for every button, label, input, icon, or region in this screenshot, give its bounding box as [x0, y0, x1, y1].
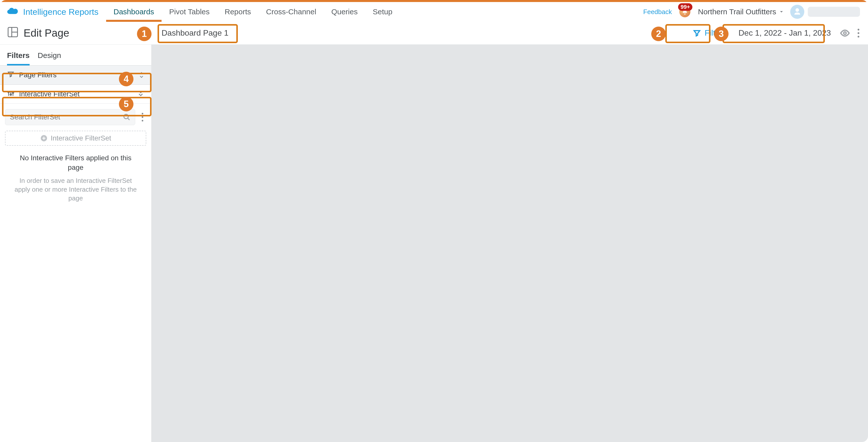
filters-button[interactable]: Filters: [687, 24, 733, 42]
expand-icon: [139, 71, 144, 78]
add-filterset-label: Interactive FilterSet: [51, 134, 111, 142]
filterset-search-row: [0, 104, 151, 129]
filterset-search-input[interactable]: [10, 113, 123, 121]
nav-tab-label: Queries: [331, 7, 358, 16]
nav-tab-cross-channel[interactable]: Cross-Channel: [259, 2, 324, 22]
caret-down-icon: [779, 9, 784, 14]
dashboard-canvas[interactable]: [152, 45, 868, 442]
filterset-empty-state: No Interactive Filters applied on this p…: [0, 153, 151, 212]
top-nav: Intelligence Reports Dashboards Pivot Ta…: [0, 0, 868, 22]
empty-state-subtext: In order to save an Interactive FilterSe…: [12, 176, 139, 203]
kebab-icon: [141, 113, 144, 122]
nav-tab-label: Setup: [373, 7, 392, 16]
nav-tab-label: Cross-Channel: [266, 7, 316, 16]
add-interactive-filterset-button[interactable]: Interactive FilterSet: [5, 131, 146, 146]
salesforce-cloud-icon: [5, 7, 20, 17]
filters-button-label: Filters: [705, 28, 726, 38]
preview-button[interactable]: [837, 28, 853, 38]
filter-icon: [693, 29, 701, 37]
sidebar-tabs: Filters Design: [0, 45, 151, 65]
svg-point-13: [124, 115, 128, 119]
sliders-icon: [7, 90, 14, 99]
main-nav: Dashboards Pivot Tables Reports Cross-Ch…: [106, 2, 400, 22]
brand: Intelligence Reports: [0, 2, 106, 22]
date-range-label: Dec 1, 2022 - Jan 1, 2023: [739, 28, 831, 37]
brand-name: Intelligence Reports: [23, 7, 99, 17]
page-filters-accordion[interactable]: Page Filters: [0, 65, 151, 85]
nav-tab-dashboards[interactable]: Dashboards: [106, 2, 162, 22]
interactive-filterset-accordion[interactable]: Interactive FilterSet: [0, 85, 151, 104]
svg-point-16: [142, 116, 143, 118]
collapse-icon: [137, 90, 144, 99]
date-range-picker[interactable]: Dec 1, 2022 - Jan 1, 2023: [733, 24, 837, 42]
edit-page-title: Edit Page: [24, 27, 69, 39]
nav-tab-queries[interactable]: Queries: [324, 2, 365, 22]
user-avatar-icon: [790, 5, 804, 19]
notifications-button[interactable]: 99+: [678, 5, 692, 19]
sidebar-tab-filters[interactable]: Filters: [7, 51, 30, 65]
svg-point-4: [858, 29, 860, 30]
org-switcher[interactable]: Northern Trail Outfitters: [698, 7, 784, 16]
nav-tab-reports[interactable]: Reports: [217, 2, 259, 22]
svg-point-3: [844, 32, 846, 34]
svg-point-6: [858, 36, 860, 37]
svg-point-5: [858, 32, 860, 34]
nav-tab-setup[interactable]: Setup: [365, 2, 400, 22]
page-more-menu[interactable]: [853, 28, 864, 38]
org-name: Northern Trail Outfitters: [698, 7, 776, 16]
plus-circle-icon: [40, 134, 48, 142]
accordion-label: Page Filters: [19, 71, 134, 79]
editor-body: Filters Design Page Filters Interactive …: [0, 45, 868, 442]
nav-tab-label: Dashboards: [114, 7, 154, 16]
left-sidebar: Filters Design Page Filters Interactive …: [0, 45, 152, 442]
sidebar-tab-design[interactable]: Design: [38, 51, 61, 65]
dashboard-page-title[interactable]: [156, 25, 268, 41]
top-actions: Feedback 99+ Northern Trail Outfitters: [643, 2, 868, 22]
empty-state-heading: No Interactive Filters applied on this p…: [12, 153, 139, 172]
svg-line-14: [128, 118, 130, 120]
nav-tab-pivot-tables[interactable]: Pivot Tables: [161, 2, 217, 22]
nav-tab-label: Pivot Tables: [169, 7, 210, 16]
layout-icon: [6, 26, 19, 40]
user-menu[interactable]: [790, 5, 860, 19]
search-icon: [123, 114, 130, 121]
notification-count-badge: 99+: [678, 3, 692, 11]
filter-icon: [7, 70, 14, 80]
svg-point-17: [142, 120, 143, 121]
edit-page-heading: Edit Page: [0, 26, 152, 40]
page-title-input[interactable]: [156, 25, 268, 41]
feedback-link[interactable]: Feedback: [643, 8, 672, 16]
user-name-placeholder: [808, 7, 860, 17]
filterset-search[interactable]: [5, 109, 135, 125]
svg-point-15: [142, 113, 143, 115]
kebab-icon: [857, 28, 860, 38]
eye-icon: [840, 28, 850, 38]
page-header-bar: Edit Page Filters Dec 1, 2022 - Jan 1, 2…: [0, 22, 868, 45]
accordion-label: Interactive FilterSet: [19, 90, 133, 98]
filterset-more-menu[interactable]: [139, 113, 146, 122]
nav-tab-label: Reports: [225, 7, 251, 16]
